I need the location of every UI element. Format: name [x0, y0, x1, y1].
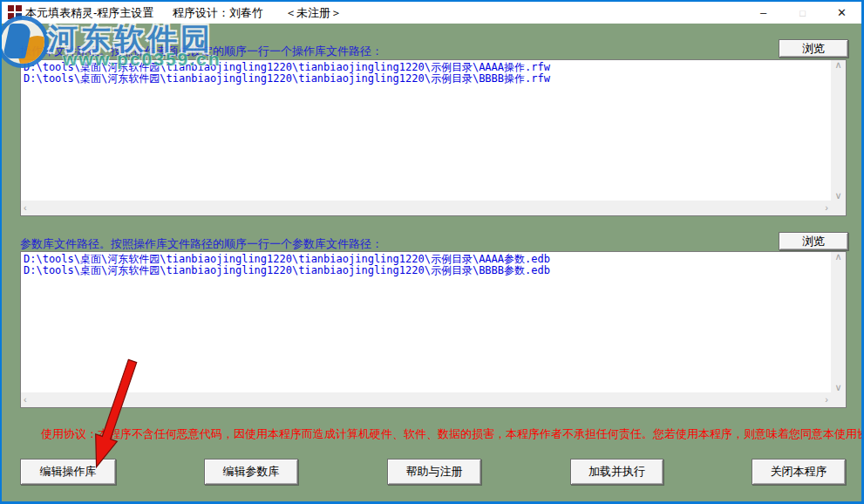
scroll-left-icon[interactable]: ‹ — [24, 203, 27, 213]
browse-parameter-library-button[interactable]: 浏览 — [779, 232, 848, 250]
close-program-button[interactable]: 关闭本程序 — [752, 459, 846, 485]
scroll-left-icon[interactable]: ‹ — [24, 395, 27, 405]
scroll-up-icon[interactable]: ∧ — [834, 252, 841, 262]
horizontal-scrollbar[interactable]: ‹ › — [21, 201, 831, 215]
caption-buttons: – □ ✕ — [744, 2, 861, 24]
operation-library-path-label: 操作库文件路径。按照操作者预先设定的顺序一行一个操作库文件路径： — [20, 44, 383, 59]
parameter-library-path-textarea[interactable]: D:\tools\桌面\河东软件园\tianbiaojingling1220\t… — [20, 251, 847, 408]
operation-library-paths[interactable]: D:\tools\桌面\河东软件园\tianbiaojingling1220\t… — [21, 60, 831, 201]
load-and-execute-button[interactable]: 加载并执行 — [570, 459, 663, 485]
scroll-right-icon[interactable]: › — [825, 203, 828, 213]
minimize-button[interactable]: – — [744, 2, 783, 24]
edit-operation-library-button[interactable]: 编辑操作库 — [20, 459, 116, 485]
help-and-register-button[interactable]: 帮助与注册 — [387, 459, 481, 485]
app-icon — [8, 5, 22, 19]
vertical-scrollbar[interactable]: ∧ ∨ — [831, 252, 846, 392]
scrollbar-corner — [831, 201, 846, 215]
app-window: 本元填表精灵-程序主设置 程序设计：刘春竹 ＜未注册＞ – □ ✕ 河东软件园 … — [0, 0, 864, 504]
window-title: 本元填表精灵-程序主设置 — [25, 5, 153, 21]
registration-status: ＜未注册＞ — [285, 5, 342, 21]
title-bar: 本元填表精灵-程序主设置 程序设计：刘春竹 ＜未注册＞ – □ ✕ — [2, 2, 861, 24]
scroll-down-icon[interactable]: ∨ — [834, 383, 841, 392]
parameter-library-paths[interactable]: D:\tools\桌面\河东软件园\tianbiaojingling1220\t… — [21, 252, 831, 392]
edit-parameter-library-button[interactable]: 编辑参数库 — [204, 459, 298, 485]
horizontal-scrollbar[interactable]: ‹ › — [21, 392, 831, 407]
close-button[interactable]: ✕ — [822, 2, 861, 24]
maximize-button: □ — [783, 2, 822, 24]
scroll-up-icon[interactable]: ∧ — [834, 60, 841, 70]
usage-agreement-text: 使用协议：本程序不含任何恶意代码，因使用本程序而造成计算机硬件、软件、数据的损害… — [41, 426, 852, 442]
window-designer-credit: 程序设计：刘春竹 — [173, 5, 263, 21]
scroll-right-icon[interactable]: › — [825, 395, 828, 405]
parameter-library-path-label: 参数库文件路径。按照操作库文件路径的顺序一行一个参数库文件路径： — [20, 236, 383, 252]
vertical-scrollbar[interactable]: ∧ ∨ — [831, 60, 846, 201]
operation-library-path-textarea[interactable]: D:\tools\桌面\河东软件园\tianbiaojingling1220\t… — [20, 59, 847, 216]
browse-operation-library-button[interactable]: 浏览 — [779, 39, 848, 58]
scroll-down-icon[interactable]: ∨ — [834, 191, 841, 201]
scrollbar-corner — [831, 392, 846, 407]
